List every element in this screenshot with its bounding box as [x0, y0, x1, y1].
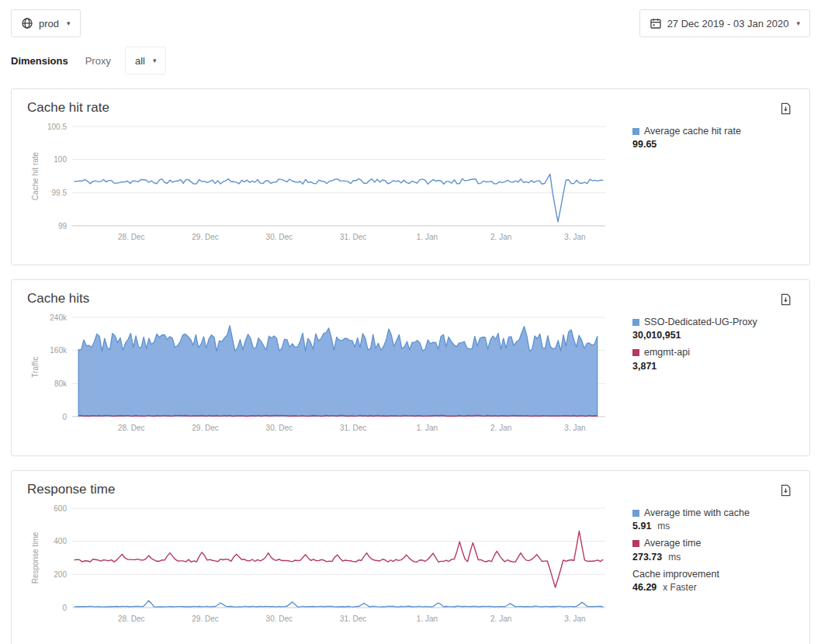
legend-swatch [632, 540, 639, 547]
svg-text:3. Jan: 3. Jan [564, 233, 585, 241]
svg-text:200: 200 [54, 570, 67, 579]
svg-text:1. Jan: 1. Jan [417, 424, 438, 432]
cache-hit-rate-card: Cache hit rate 9999.5100100.528. Dec29. … [11, 88, 810, 265]
legend-value: 30,010,951 [632, 330, 794, 341]
legend-label: Cache improvement [632, 568, 719, 580]
svg-text:100: 100 [54, 155, 67, 164]
chevron-down-icon: ▾ [153, 57, 157, 64]
export-report-button[interactable] [778, 291, 794, 308]
legend-label: Average time with cache [644, 507, 750, 519]
legend-unit: x Faster [663, 582, 696, 593]
svg-text:2. Jan: 2. Jan [490, 424, 511, 432]
svg-text:2. Jan: 2. Jan [490, 615, 511, 623]
card-title-cache-hit-rate: Cache hit rate [27, 100, 109, 116]
svg-text:Traffic: Traffic [31, 356, 40, 377]
toolbar: prod ▾ 27 Dec 2019 - 03 Jan 2020 ▾ [11, 9, 810, 37]
svg-text:0: 0 [62, 413, 67, 421]
svg-text:160k: 160k [50, 346, 68, 355]
dimension-name-label: Proxy [85, 55, 111, 67]
cache-hit-rate-plot: 9999.5100100.528. Dec29. Dec30. Dec31. D… [27, 123, 625, 246]
legend-value: 99.65 [632, 139, 794, 150]
svg-text:600: 600 [54, 505, 67, 513]
svg-text:100.5: 100.5 [47, 123, 67, 131]
response-time-plot: 020040060028. Dec29. Dec30. Dec31. Dec1.… [27, 505, 625, 628]
svg-text:2. Jan: 2. Jan [490, 233, 511, 241]
legend-item: Average time with cache [632, 507, 794, 519]
legend-item: Average time [632, 537, 794, 549]
legend-item: Cache improvement [632, 568, 794, 580]
legend-label: emgmt-api [644, 346, 690, 358]
environment-selector[interactable]: prod ▾ [11, 9, 81, 37]
legend-swatch [632, 128, 639, 135]
dimension-value-label: all [135, 55, 145, 67]
svg-text:Response time: Response time [31, 531, 40, 583]
svg-text:29. Dec: 29. Dec [192, 615, 218, 623]
response-time-card: Response time 020040060028. Dec29. Dec30… [11, 470, 810, 644]
svg-text:28. Dec: 28. Dec [118, 233, 144, 241]
date-range-label: 27 Dec 2019 - 03 Jan 2020 [667, 18, 789, 29]
cache-hits-legend: SSO-Dedicated-UG-Proxy30,010,951emgmt-ap… [625, 314, 794, 377]
cache-hits-card: Cache hits 080k160k240k28. Dec29. Dec30.… [11, 279, 810, 456]
environment-label: prod [39, 18, 59, 29]
svg-text:31. Dec: 31. Dec [340, 233, 366, 241]
svg-text:1. Jan: 1. Jan [417, 233, 438, 241]
legend-swatch [632, 510, 639, 517]
svg-text:30. Dec: 30. Dec [266, 233, 293, 241]
legend-item: Average cache hit rate [632, 125, 794, 137]
export-report-icon [779, 297, 792, 309]
svg-text:30. Dec: 30. Dec [266, 424, 293, 432]
card-title-cache-hits: Cache hits [27, 291, 89, 306]
chevron-down-icon: ▾ [67, 20, 71, 27]
svg-text:Cache hit rate: Cache hit rate [31, 151, 40, 200]
cache-hits-plot: 080k160k240k28. Dec29. Dec30. Dec31. Dec… [27, 314, 625, 437]
dimension-value-selector[interactable]: all ▾ [125, 47, 167, 74]
chevron-down-icon: ▾ [796, 20, 800, 27]
svg-text:80k: 80k [54, 379, 68, 388]
legend-swatch [632, 349, 639, 356]
svg-text:28. Dec: 28. Dec [118, 424, 144, 432]
legend-value: 5.91ms [632, 521, 794, 531]
cache-hit-rate-chart: 9999.5100100.528. Dec29. Dec30. Dec31. D… [27, 123, 625, 249]
legend-value: 273.73ms [632, 552, 794, 563]
legend-value: 3,871 [632, 361, 794, 372]
card-title-response-time: Response time [27, 482, 115, 497]
svg-text:31. Dec: 31. Dec [340, 615, 366, 623]
export-report-button[interactable] [778, 482, 794, 499]
svg-text:0: 0 [62, 604, 67, 612]
svg-text:3. Jan: 3. Jan [564, 424, 585, 432]
dashboard-page: prod ▾ 27 Dec 2019 - 03 Jan 2020 ▾ Dimen… [0, 0, 821, 644]
legend-label: Average time [644, 537, 701, 549]
svg-text:400: 400 [54, 537, 67, 545]
svg-text:3. Jan: 3. Jan [564, 615, 585, 623]
svg-text:240k: 240k [50, 314, 68, 322]
legend-value: 46.29x Faster [632, 582, 794, 593]
svg-text:29. Dec: 29. Dec [192, 424, 218, 432]
svg-text:28. Dec: 28. Dec [118, 615, 144, 623]
svg-text:99.5: 99.5 [52, 189, 68, 197]
export-report-icon [779, 106, 792, 118]
dimensions-row: Dimensions Proxy all ▾ [11, 47, 810, 74]
legend-item: emgmt-api [632, 346, 794, 358]
response-time-legend: Average time with cache5.91msAverage tim… [625, 505, 794, 598]
legend-unit: ms [657, 521, 670, 531]
export-report-button[interactable] [778, 100, 794, 117]
legend-item: SSO-Dedicated-UG-Proxy [632, 316, 794, 328]
legend-swatch [632, 319, 639, 326]
cache-hit-rate-legend: Average cache hit rate99.65 [625, 123, 794, 155]
svg-text:29. Dec: 29. Dec [192, 233, 218, 241]
export-report-icon [779, 488, 792, 500]
dimensions-label: Dimensions [11, 55, 68, 67]
legend-label: Average cache hit rate [644, 125, 741, 137]
date-range-picker[interactable]: 27 Dec 2019 - 03 Jan 2020 ▾ [639, 9, 810, 37]
svg-text:1. Jan: 1. Jan [417, 615, 438, 623]
svg-text:99: 99 [58, 222, 68, 230]
legend-unit: ms [668, 552, 681, 563]
legend-label: SSO-Dedicated-UG-Proxy [644, 316, 757, 328]
response-time-chart: 020040060028. Dec29. Dec30. Dec31. Dec1.… [27, 505, 625, 631]
svg-text:31. Dec: 31. Dec [340, 424, 366, 432]
cache-hits-chart: 080k160k240k28. Dec29. Dec30. Dec31. Dec… [27, 314, 625, 440]
globe-icon [21, 17, 33, 29]
calendar-icon [650, 17, 662, 29]
svg-text:30. Dec: 30. Dec [266, 615, 293, 623]
